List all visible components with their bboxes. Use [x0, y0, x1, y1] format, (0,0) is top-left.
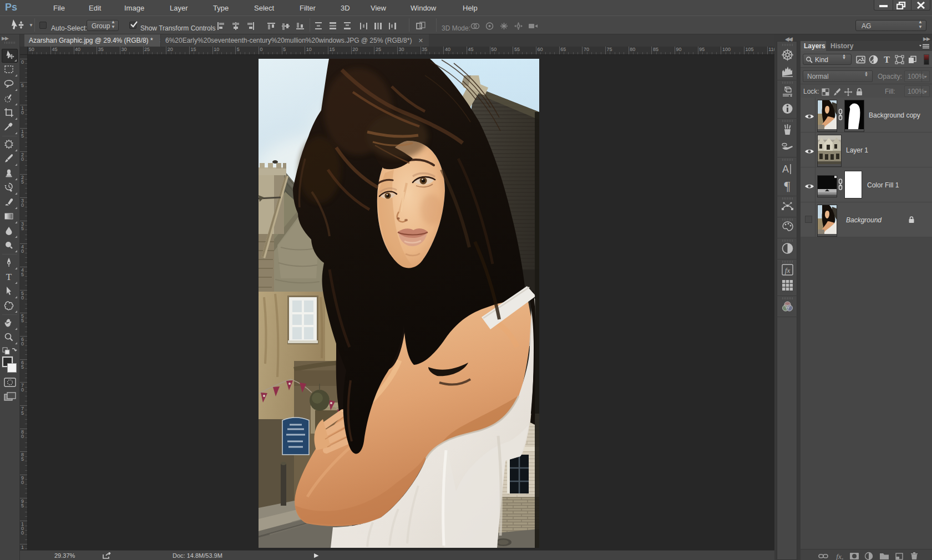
svg-text:¶: ¶ [784, 179, 791, 192]
svg-text:fx: fx [785, 266, 791, 274]
svg-text:T: T [884, 55, 890, 64]
svg-text:A: A [782, 164, 789, 175]
svg-text:T: T [6, 272, 12, 282]
svg-text:fx: fx [836, 552, 842, 560]
